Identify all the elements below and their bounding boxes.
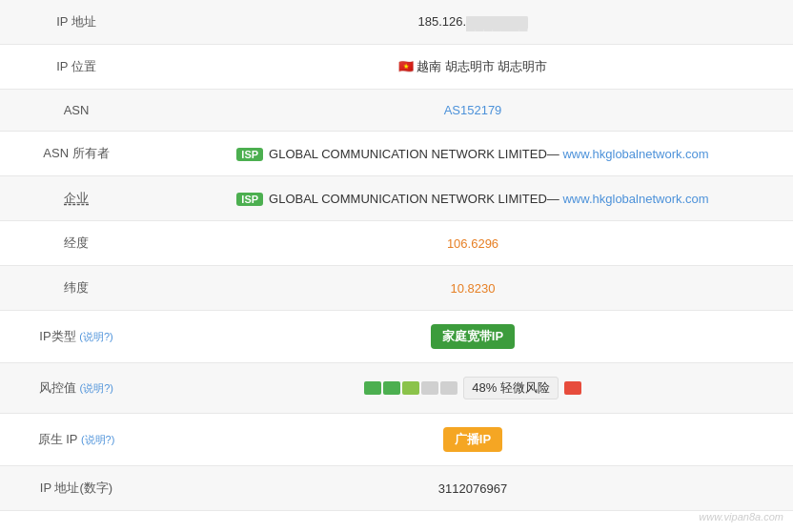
help-link[interactable]: (说明?) (80, 382, 113, 394)
ip-blurred: ███████ (466, 16, 527, 30)
row-label: 纬度 (0, 266, 152, 311)
text-value: 10.8230 (451, 281, 496, 296)
text-value: 106.6296 (447, 236, 498, 251)
row-label: 经度 (0, 221, 152, 266)
table-row: IP 位置🇻🇳 越南 胡志明市 胡志明市 (0, 45, 793, 90)
row-label-text: IP类型 (39, 329, 79, 343)
row-label: 原生 IP (说明?) (0, 414, 152, 466)
row-label: IP类型 (说明?) (0, 311, 152, 363)
table-row: IP 地址(数字)3112076967 (0, 466, 793, 511)
row-label: IP 地址(数字) (0, 466, 152, 511)
help-link[interactable]: (说明?) (79, 331, 112, 342)
row-value: 48% 轻微风险 (152, 363, 793, 414)
row-value: 10.8230 (152, 266, 793, 311)
row-value: 广播IP (152, 414, 793, 466)
row-value: 3112076967 (152, 466, 793, 511)
risk-bar-0 (364, 381, 381, 395)
row-value: ISPGLOBAL COMMUNICATION NETWORK LIMITED—… (152, 132, 793, 176)
row-value: 家庭宽带IP (152, 311, 793, 363)
table-row: ASN 所有者ISPGLOBAL COMMUNICATION NETWORK L… (0, 132, 793, 176)
table-row: IP类型 (说明?)家庭宽带IP (0, 311, 793, 363)
info-table: IP 地址185.126.███████IP 位置🇻🇳 越南 胡志明市 胡志明市… (0, 0, 793, 511)
asn-link[interactable]: AS152179 (444, 103, 502, 117)
row-label: IP 位置 (0, 45, 152, 90)
risk-percent-label: 48% 轻微风险 (463, 377, 559, 399)
location-text: 越南 胡志明市 胡志明市 (417, 59, 547, 73)
row-value: ISPGLOBAL COMMUNICATION NETWORK LIMITED—… (152, 176, 793, 221)
risk-bar-1 (383, 381, 400, 395)
row-label-text: 风控值 (39, 380, 80, 395)
table-row: 纬度10.8230 (0, 266, 793, 311)
table-row: ASNAS152179 (0, 90, 793, 132)
row-value: 106.6296 (152, 221, 793, 266)
risk-container: 48% 轻微风险 (364, 377, 581, 399)
table-row: IP 地址185.126.███████ (0, 0, 793, 45)
row-label: 企业 (0, 176, 152, 221)
table-row: 原生 IP (说明?)广播IP (0, 414, 793, 466)
native-ip-badge: 广播IP (443, 427, 502, 452)
row-label-text: 原生 IP (38, 432, 81, 446)
risk-bar-4 (440, 381, 458, 395)
table-row: 企业ISPGLOBAL COMMUNICATION NETWORK LIMITE… (0, 176, 793, 221)
text-value: 3112076967 (438, 481, 507, 496)
help-link[interactable]: (说明?) (81, 434, 114, 445)
row-label: 风控值 (说明?) (0, 363, 152, 414)
country-flag: 🇻🇳 (398, 59, 417, 73)
risk-bar-3 (421, 381, 438, 395)
isp-badge: ISP (236, 148, 263, 161)
isp-badge: ISP (236, 193, 263, 206)
row-label: ASN 所有者 (0, 132, 152, 176)
risk-red-indicator (564, 381, 581, 395)
ip-type-badge: 家庭宽带IP (431, 324, 515, 349)
company-link[interactable]: www.hkglobalnetwork.com (562, 192, 708, 206)
row-value: 🇻🇳 越南 胡志明市 胡志明市 (152, 45, 793, 90)
row-label-text: 企业 (64, 191, 89, 205)
row-label: ASN (0, 90, 152, 132)
row-value: AS152179 (152, 90, 793, 132)
company-link[interactable]: www.hkglobalnetwork.com (562, 147, 708, 161)
row-value: 185.126.███████ (152, 0, 793, 45)
risk-bars (364, 381, 458, 395)
risk-bar-2 (402, 381, 419, 395)
table-row: 经度106.6296 (0, 221, 793, 266)
row-label: IP 地址 (0, 0, 152, 45)
table-row: 风控值 (说明?)48% 轻微风险 (0, 363, 793, 414)
